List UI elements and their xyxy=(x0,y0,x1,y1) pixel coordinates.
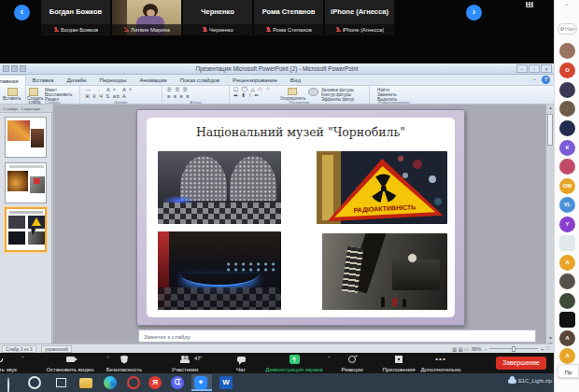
window-controls[interactable]: –▫✕ xyxy=(516,64,552,73)
avatar[interactable] xyxy=(559,312,575,328)
sidebar-search-input[interactable]: Найти xyxy=(558,23,577,35)
font-style-controls[interactable]: Ж К Ч Ѕ ab A xyxy=(85,93,127,99)
ppt-title-bar[interactable]: Презентация Microsoft PowerPoint (2) - M… xyxy=(0,63,554,75)
avatar[interactable] xyxy=(559,120,575,136)
download-chip[interactable]: E1C_Light.zip xyxy=(508,378,552,384)
collapse-chevron-icon[interactable]: ⌄ xyxy=(555,0,579,7)
font-size-controls[interactable]: — · A˄ A˅ xyxy=(86,87,134,92)
avatar[interactable] xyxy=(559,293,575,309)
quick-styles-icon[interactable] xyxy=(308,88,318,96)
zoom-controls: ▥ ▤ ▭ 66% − + ⛶ xyxy=(452,345,550,352)
view-buttons[interactable]: ▥ ▤ ▭ xyxy=(452,346,469,352)
next-participants-button[interactable]: › xyxy=(466,5,482,21)
language-indicator[interactable]: украинский xyxy=(41,345,72,353)
tab-transitions[interactable]: Переходы xyxy=(92,75,133,86)
edge-browser-icon[interactable] xyxy=(104,376,117,389)
participant-tile[interactable]: Черненко Черненко xyxy=(183,0,253,35)
ribbon-group-clipboard: Вставить xyxy=(0,86,26,105)
tab-review[interactable]: Рецензирование xyxy=(226,75,284,86)
slide-thumbnail-3-selected[interactable] xyxy=(5,207,47,252)
help-icon[interactable]: ? xyxy=(542,76,550,84)
avatar[interactable]: Y xyxy=(559,217,575,232)
zoom-in-icon[interactable]: + xyxy=(541,346,544,352)
align-controls[interactable]: ≡ ≡ ≡ ≡ xyxy=(167,93,190,99)
paste-icon[interactable] xyxy=(7,88,18,96)
current-slide[interactable]: Національний музей "Чорнобиль" xyxy=(136,109,465,326)
pane-tabs: Слайды Структура xyxy=(0,105,52,113)
avatar[interactable] xyxy=(559,101,575,117)
slide-scrollbar[interactable]: ▲ ▲ ▼ ▼ xyxy=(545,105,554,353)
avatar[interactable] xyxy=(559,273,575,289)
list-controls[interactable]: ☰ ☰ ☰ xyxy=(167,87,189,92)
thumb-image xyxy=(31,129,44,147)
scrollbar-thumb[interactable] xyxy=(547,114,553,146)
cortana-icon[interactable] xyxy=(28,376,41,389)
radiation-sign-svg: РАДІОАКТИВНІСТЬ xyxy=(317,151,447,224)
yandex-browser-icon[interactable]: Я xyxy=(148,376,162,389)
more-button[interactable]: ••• Дополнительно xyxy=(407,355,474,372)
apps-icon xyxy=(395,356,402,363)
photo-machinery-exhibit xyxy=(322,233,447,310)
thumb-image xyxy=(7,120,30,141)
participant-tile[interactable]: Богдан Божков Богдан Божков xyxy=(41,0,111,35)
share-screen-icon xyxy=(290,355,300,364)
pane-tab-outline[interactable]: Структура xyxy=(21,106,40,112)
slide-title: Національний музей "Чорнобиль" xyxy=(147,125,455,139)
notes-pane[interactable]: Заметки к слайду xyxy=(138,329,536,343)
participant-tile[interactable]: iPhone (Агнесса) iPhone (Агнесса) xyxy=(325,0,395,35)
gallery-view-icon[interactable] xyxy=(526,2,533,7)
shapes-gallery[interactable]: ▢ ◯ △ ⬭ ☆⬌ ⬍ ⌇ ✏ xyxy=(233,86,271,98)
photo-radiation-sign: РАДІОАКТИВНІСТЬ xyxy=(317,151,447,224)
word-icon[interactable]: W xyxy=(219,376,233,389)
slide-thumbnail-2[interactable] xyxy=(5,162,47,203)
reactions-icon xyxy=(348,356,356,363)
tab-animations[interactable]: Анимация xyxy=(133,75,173,86)
tab-home[interactable]: Главная xyxy=(0,75,26,86)
tab-insert[interactable]: Вставка xyxy=(26,75,61,86)
zoom-app-icon[interactable]: ⌖ xyxy=(194,376,207,389)
participant-label: Рома Степанов xyxy=(273,27,312,33)
avatar[interactable]: VL xyxy=(559,197,575,213)
arrange-icon[interactable] xyxy=(288,88,297,95)
avatar[interactable]: A xyxy=(559,348,575,364)
thumb-image-accent xyxy=(34,178,40,184)
avatar[interactable]: O xyxy=(559,63,575,78)
close-icon: ✕ xyxy=(541,64,552,73)
participants-chevron[interactable]: ⌃ xyxy=(199,356,204,361)
notes-placeholder: Заметки к слайду xyxy=(144,333,191,340)
slide-thumbnail-1[interactable] xyxy=(5,117,47,158)
avatar[interactable] xyxy=(559,43,575,59)
slide-canvas: Національний музей "Чорнобиль" xyxy=(53,105,545,353)
search-icon xyxy=(560,27,564,31)
file-explorer-icon[interactable] xyxy=(79,378,92,388)
avatar[interactable]: OM xyxy=(559,178,575,194)
tab-design[interactable]: Дизайн xyxy=(61,75,93,86)
avatar[interactable] xyxy=(559,235,575,251)
end-meeting-button[interactable]: Завершение xyxy=(496,357,546,370)
tab-slideshow[interactable]: Показ слайдов xyxy=(173,75,226,86)
zoom-out-icon[interactable]: − xyxy=(484,346,487,352)
ribbon-group-font: — · A˄ A˅ Ж К Ч Ѕ ab A Шрифт xyxy=(80,86,162,105)
participant-label-bar: Литвин Марина xyxy=(112,24,181,35)
avatar[interactable]: A xyxy=(559,330,575,346)
task-view-icon[interactable] xyxy=(56,378,66,387)
prev-participants-button[interactable]: ‹ xyxy=(14,5,30,21)
new-slide-icon[interactable] xyxy=(29,88,38,96)
avatar[interactable] xyxy=(559,82,575,98)
tab-view[interactable]: Вид xyxy=(284,75,307,86)
fit-to-window-icon[interactable]: ⛶ xyxy=(546,345,550,352)
avatar[interactable]: A xyxy=(559,255,575,271)
mic-options-chevron[interactable]: ⌃ xyxy=(21,356,25,361)
search-icon[interactable] xyxy=(7,377,9,392)
paste-button[interactable]: Вставить xyxy=(3,96,21,102)
zoom-slider[interactable] xyxy=(489,348,538,350)
avatar[interactable] xyxy=(559,159,575,175)
pane-tab-slides[interactable]: Слайды xyxy=(3,106,18,112)
discord-icon[interactable]: ᗧ xyxy=(171,376,184,389)
participant-tile-video[interactable]: Литвин Марина xyxy=(112,0,182,35)
participant-tile[interactable]: Рома Степанов Рома Степанов xyxy=(254,0,324,35)
opera-browser-icon[interactable] xyxy=(127,376,140,389)
minimize-ribbon-icon[interactable]: ⌃ xyxy=(532,77,537,84)
camera-icon xyxy=(66,357,75,362)
avatar[interactable]: К xyxy=(559,140,575,156)
